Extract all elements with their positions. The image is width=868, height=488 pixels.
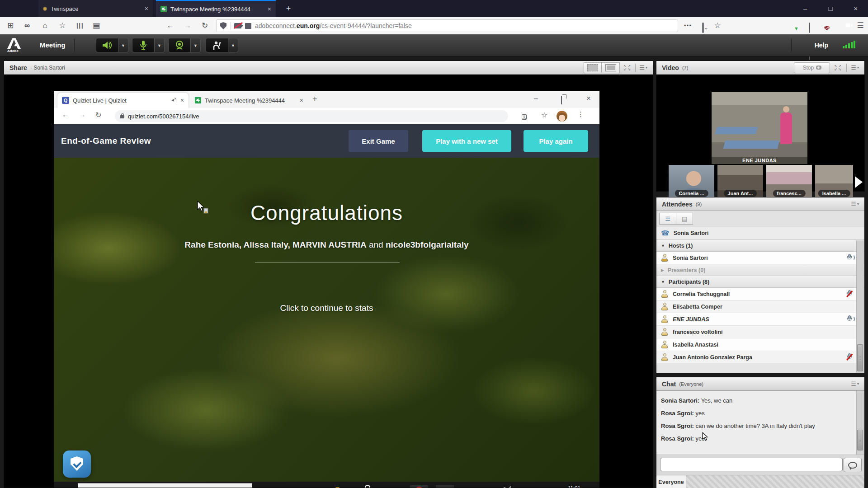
quizlet-game-area[interactable]: Congratulations Rahe Estonia, Alissa Ita… [54, 158, 599, 482]
attendee-card-view-button[interactable]: ▤ [676, 213, 693, 225]
participants-group-header[interactable]: ▼ Participants (8) [656, 276, 864, 288]
chrome-url-bar[interactable]: quizlet.com/500267154/live [115, 110, 508, 122]
microphone-dropdown-arrow[interactable]: ▼ [155, 38, 165, 52]
window-maximize-button[interactable]: □ [818, 0, 843, 17]
attendee-row[interactable]: ENE JUNDAS [656, 313, 857, 326]
mic-on-icon[interactable] [846, 254, 853, 262]
save-page-icon[interactable] [4, 19, 17, 33]
download-extension-icon[interactable] [785, 21, 798, 34]
next-videos-arrow[interactable] [855, 176, 863, 188]
chrome-menu-icon[interactable]: ⋮ [577, 110, 584, 118]
mic-blocked-icon[interactable] [846, 353, 853, 361]
mic-on-icon[interactable] [846, 315, 853, 323]
reload-icon[interactable] [95, 111, 101, 119]
play-again-button[interactable]: Play again [524, 130, 588, 152]
firefox-tab-twinspace[interactable]: Twinspace × [38, 0, 153, 17]
attendees-scrollbar[interactable]: ⋮ [856, 240, 864, 373]
chrome-close-button[interactable]: × [586, 94, 591, 103]
chrome-minimize-button[interactable]: – [534, 94, 538, 103]
attendee-row[interactable]: Elisabetta Comper [656, 300, 857, 313]
play-new-set-button[interactable]: Play with a new set [422, 130, 511, 152]
layout-fit-button[interactable] [584, 62, 602, 73]
bookmark-page-icon[interactable] [711, 19, 724, 33]
reload-icon[interactable] [198, 19, 212, 33]
edge-icon[interactable]: e [306, 485, 324, 488]
connection-signal-icon[interactable] [843, 41, 855, 48]
share-pod-menu-icon[interactable]: ☰▾ [639, 64, 647, 71]
firefox-tab-meeting[interactable]: Twinspace Meeting %2394444 × [156, 0, 276, 17]
translate-icon[interactable]: 文 [522, 112, 527, 120]
presenters-group-header[interactable]: ▶ Presenters (0) [656, 264, 864, 276]
chat-input[interactable] [660, 458, 843, 471]
raise-hand-button[interactable] [206, 38, 228, 52]
mail-icon[interactable] [384, 485, 402, 488]
camera-blocked-icon[interactable] [234, 23, 241, 28]
fullscreen-icon[interactable]: ↖↗↙↘ [623, 65, 632, 71]
excel-taskbar-icon[interactable]: X [436, 485, 454, 488]
video-thumbnail[interactable]: Juan Ant... [717, 165, 763, 199]
tab-close-icon[interactable]: × [268, 5, 271, 13]
attendee-list-view-button[interactable]: ☰ [659, 213, 676, 225]
file-explorer-icon[interactable] [331, 485, 349, 488]
zoom-extension-icon[interactable] [837, 20, 851, 34]
video-thumbnail[interactable]: francesc... [766, 165, 812, 199]
store-icon[interactable] [358, 485, 376, 488]
video-thumbnail[interactable]: Isabella ... [815, 165, 853, 199]
main-video-feed[interactable]: ENE JUNDAS [712, 92, 807, 164]
home-icon[interactable] [38, 19, 52, 33]
fullscreen-icon[interactable]: ↖↗↙↘ [834, 65, 842, 71]
printer-icon[interactable] [90, 19, 103, 33]
attendees-pod-menu-icon[interactable]: ☰▾ [851, 201, 859, 207]
scrollbar-thumb[interactable]: ⋮ [857, 344, 863, 371]
library-icon[interactable] [72, 19, 86, 33]
chat-message-area[interactable]: Sonia Sartori: Yes, we can Rosa Sgroi: y… [656, 391, 864, 455]
scrollbar-thumb[interactable]: ⋮ [857, 430, 863, 450]
chat-pod-menu-icon[interactable]: ☰▾ [851, 380, 859, 387]
sidebar-extension-icon[interactable] [803, 21, 816, 35]
tab-muted-icon[interactable] [171, 98, 177, 103]
exit-game-button[interactable]: Exit Game [349, 130, 408, 152]
expand-triangle-icon[interactable]: ▶ [661, 268, 664, 272]
tab-close-icon[interactable]: × [145, 5, 148, 12]
bookmark-star-icon[interactable] [541, 111, 547, 119]
chat-tab-everyone[interactable]: Everyone [656, 475, 686, 488]
stop-webcam-button[interactable]: Stop [794, 62, 830, 73]
pocket-icon[interactable] [696, 21, 710, 35]
meeting-menu[interactable]: Meeting [40, 34, 66, 56]
attendee-row[interactable]: Cornelia Tschuggnall [656, 288, 857, 300]
collapse-triangle-icon[interactable]: ▼ [661, 244, 665, 248]
chrome-new-tab-button[interactable]: + [312, 94, 317, 104]
microphone-button[interactable] [132, 38, 155, 52]
page-actions-icon[interactable] [681, 19, 694, 33]
video-pod-menu-icon[interactable]: ☰▾ [851, 64, 859, 71]
hamburger-menu-icon[interactable] [854, 19, 867, 33]
status-dropdown-arrow[interactable]: ▼ [228, 38, 238, 52]
speaker-dropdown-arrow[interactable]: ▼ [118, 38, 128, 52]
new-tab-button[interactable]: + [283, 3, 294, 14]
chrome-restore-button[interactable] [561, 96, 562, 104]
help-menu[interactable]: Help [815, 34, 828, 56]
attendee-row[interactable]: Isabella Anastasi [656, 338, 857, 351]
chrome-tab-meeting[interactable]: Twinspace Meeting %2394444 × [190, 93, 308, 108]
tracking-shield-icon[interactable] [220, 22, 226, 29]
back-icon[interactable] [164, 19, 177, 33]
chat-scrollbar[interactable]: ⋮ [856, 391, 864, 455]
permissions-icon[interactable] [245, 23, 251, 29]
task-view-button[interactable] [278, 485, 296, 488]
tab-close-icon[interactable]: × [180, 97, 184, 104]
taskbar-search[interactable] [78, 483, 252, 488]
hosts-group-header[interactable]: ▼ Hosts (1) [656, 240, 864, 252]
layout-full-button[interactable] [602, 62, 620, 73]
mic-blocked-icon[interactable] [846, 290, 853, 298]
bookmark-star-icon[interactable] [56, 19, 69, 33]
collapse-triangle-icon[interactable]: ▼ [661, 280, 665, 284]
video-thumbnail[interactable]: Cornelia ... [669, 165, 714, 199]
forward-icon[interactable] [79, 111, 86, 119]
window-close-button[interactable]: × [844, 0, 868, 17]
speaker-button[interactable] [96, 38, 118, 52]
chat-send-button[interactable] [844, 458, 862, 472]
attendee-row[interactable]: Juan Antonio Gonzalez Parga [656, 351, 857, 364]
shield-app-icon[interactable] [63, 450, 91, 478]
forward-icon[interactable] [181, 19, 194, 33]
webcam-button[interactable] [168, 38, 191, 52]
